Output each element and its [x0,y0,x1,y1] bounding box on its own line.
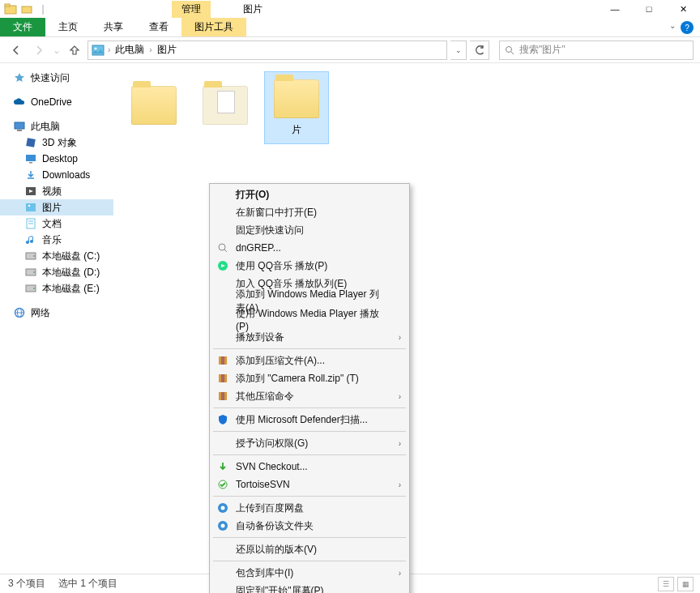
menu-item[interactable]: 上传到百度网盘 [211,499,408,517]
tree-item-pictures[interactable]: 图片 [0,199,113,215]
menu-item-label: TortoiseSVN [236,479,290,490]
svg-rect-7 [15,122,24,129]
svg-point-21 [33,271,35,273]
chevron-right-icon: › [399,392,401,401]
menu-item[interactable]: 打开(O) [211,186,408,203]
back-button[interactable] [6,41,26,60]
tree-item-downloads[interactable]: Downloads [0,167,113,183]
tree-item-label: 3D 对象 [42,136,77,150]
view-tiles-icon[interactable]: ▦ [677,577,694,591]
menu-item-label: 添加到压缩文件(A)... [236,354,325,368]
tree-item-label: 本地磁盘 (D:) [42,266,100,279]
history-dropdown[interactable]: ⌄ [52,41,62,60]
crumb-this-pc[interactable]: 此电脑 [113,43,146,57]
menu-item-label: 添加到 "Camera Roll.zip" (T) [236,372,359,386]
refresh-button[interactable] [470,41,489,60]
forward-button[interactable] [29,41,49,60]
menu-item-label: 还原以前的版本(V) [236,543,317,557]
crumb-sep-icon[interactable]: › [149,45,152,54]
help-icon[interactable]: ? [681,21,694,34]
maximize-button[interactable]: □ [632,0,666,18]
menu-item[interactable]: 在新窗口中打开(E) [211,203,408,221]
tree-item-drive[interactable]: 本地磁盘 (D:) [0,264,113,280]
music-icon [24,233,37,246]
up-button[interactable] [65,41,84,60]
svg-rect-11 [29,162,32,164]
tree-item-label: 音乐 [42,233,62,247]
crumb-sep-icon[interactable]: › [108,45,110,54]
chevron-right-icon: › [399,569,401,578]
tree-this-pc[interactable]: 此电脑 [0,118,113,134]
menu-item[interactable]: 使用 Microsoft Defender扫描... [211,411,408,429]
menu-item[interactable]: 添加到压缩文件(A)... [211,352,408,369]
qat-divider: | [36,2,50,16]
menu-item-label: 固定到快速访问 [236,224,304,237]
menu-item[interactable]: dnGREP... [211,239,408,257]
close-button[interactable]: ✕ [666,0,700,18]
chevron-right-icon: › [399,480,401,489]
tab-share[interactable]: 共享 [91,18,136,36]
tree-item-music[interactable]: 音乐 [0,232,113,248]
tree-item-documents[interactable]: 文档 [0,215,113,232]
svg-rect-13 [26,203,36,211]
tree-item-drive[interactable]: 本地磁盘 (E:) [0,280,113,296]
svg-line-6 [511,52,514,54]
menu-separator [213,496,406,497]
folder-item[interactable] [122,71,186,144]
menu-item[interactable]: 包含到库中(I)› [211,564,408,582]
svn-icon [216,478,229,491]
desktop-icon [24,152,37,165]
tree-item-videos[interactable]: 视频 [0,183,113,199]
tree-item-3d[interactable]: 3D 对象 [0,134,113,151]
tab-file[interactable]: 文件 [0,18,45,36]
tab-view[interactable]: 查看 [136,18,181,36]
menu-item[interactable]: 使用 QQ音乐 播放(P) [211,257,408,275]
tree-quick-access[interactable]: 快速访问 [0,70,113,86]
menu-item[interactable]: 还原以前的版本(V) [211,540,408,558]
menu-item[interactable]: 固定到"开始"屏幕(P) [211,582,408,593]
address-bar[interactable]: › 此电脑 › 图片 [88,41,447,60]
search-input[interactable]: 搜索"图片" [499,41,694,60]
svg-point-27 [219,244,225,250]
tab-picture-tools[interactable]: 图片工具 [181,18,246,36]
crumb-pictures[interactable]: 图片 [156,43,178,57]
menu-item-label: SVN Checkout... [236,461,308,472]
folder-item[interactable]: 片 [264,71,329,144]
menu-item-label: dnGREP... [236,242,281,254]
folder-item[interactable] [193,71,258,144]
drive-icon [24,250,37,262]
tree-item-drive[interactable]: 本地磁盘 (C:) [0,248,113,264]
grep-icon [216,241,229,254]
tree-item-desktop[interactable]: Desktop [0,151,113,167]
svg-point-5 [506,46,512,52]
menu-item[interactable]: 使用 Windows Media Player 播放(P) [211,310,408,328]
quick-access-toolbar: | [3,2,50,16]
address-dropdown[interactable]: ⌄ [450,41,467,60]
menu-item[interactable]: 自动备份该文件夹 [211,517,408,535]
pictures-icon [92,45,105,56]
menu-item-label: 上传到百度网盘 [236,501,304,515]
contextual-tab-manage: 管理 [172,1,211,18]
menu-item[interactable]: 固定到快速访问 [211,221,408,239]
folder-small-icon[interactable] [19,2,34,16]
defender-icon [216,413,229,426]
tab-home[interactable]: 主页 [45,18,91,36]
navigation-tree: 快速访问 OneDrive 此电脑 3D 对象DesktopDownloads视… [0,63,113,574]
tree-onedrive[interactable]: OneDrive [0,94,113,110]
star-icon [13,71,26,84]
folder-icon [203,86,248,125]
menu-item[interactable]: 添加到 "Camera Roll.zip" (T) [211,369,408,387]
menu-item[interactable]: SVN Checkout... [211,458,408,476]
menu-item[interactable]: 其他压缩命令› [211,387,408,405]
menu-item[interactable]: 授予访问权限(G)› [211,434,408,452]
menu-separator [213,561,406,561]
tree-network[interactable]: 网络 [0,305,113,321]
view-details-icon[interactable]: ☰ [658,577,674,591]
ribbon-collapse-icon[interactable]: ⌄ [669,21,676,30]
window-controls: — □ ✕ [598,0,700,18]
menu-item-label: 播放到设备 [236,331,284,344]
content-area[interactable]: 片 打开(O)在新窗口中打开(E)固定到快速访问dnGREP...使用 QQ音乐… [113,63,700,574]
menu-item[interactable]: TortoiseSVN› [211,476,408,493]
menu-item[interactable]: 播放到设备› [211,328,408,346]
minimize-button[interactable]: — [598,0,632,18]
